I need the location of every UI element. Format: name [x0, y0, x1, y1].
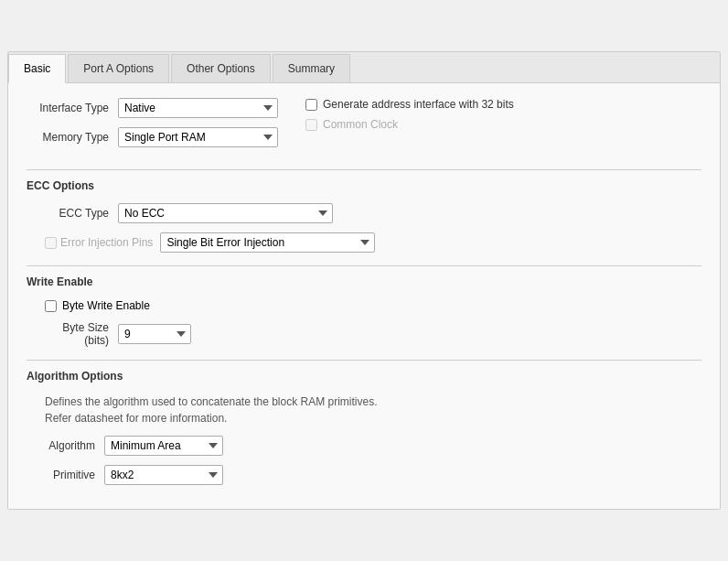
tab-other-options[interactable]: Other Options	[171, 54, 271, 82]
error-injection-checkbox[interactable]	[45, 237, 57, 249]
main-container: Basic Port A Options Other Options Summa…	[7, 51, 721, 510]
algorithm-description: Defines the algorithm used to concatenat…	[45, 394, 701, 426]
byte-size-select[interactable]: 9 8	[118, 324, 191, 344]
generate-address-label: Generate address interface with 32 bits	[323, 98, 514, 111]
write-enable-divider	[27, 265, 701, 266]
byte-write-enable-label: Byte Write Enable	[62, 299, 150, 312]
algorithm-divider	[27, 360, 701, 361]
common-clock-label: Common Clock	[323, 118, 398, 131]
byte-size-label: Byte Size (bits)	[45, 321, 118, 347]
ecc-type-select[interactable]: No ECC Hamming ECC	[118, 203, 333, 223]
algorithm-title: Algorithm Options	[27, 370, 701, 383]
write-enable-title: Write Enable	[27, 275, 701, 288]
error-injection-row: Error Injection Pins	[45, 236, 160, 249]
interface-type-select[interactable]: Native AXI4	[118, 98, 278, 118]
tab-summary[interactable]: Summary	[273, 54, 350, 82]
primitive-select[interactable]: 8kx2 16kx1 512x36	[104, 465, 223, 485]
ecc-section: ECC Options ECC Type No ECC Hamming ECC …	[27, 179, 701, 253]
byte-write-enable-checkbox[interactable]	[45, 300, 57, 312]
algorithm-label: Algorithm	[45, 439, 104, 452]
write-enable-section: Write Enable Byte Write Enable Byte Size…	[27, 275, 701, 347]
ecc-type-label: ECC Type	[45, 207, 118, 220]
tab-basic[interactable]: Basic	[8, 54, 66, 83]
tab-bar: Basic Port A Options Other Options Summa…	[8, 52, 720, 83]
tab-content: Interface Type Native AXI4 Memory Type S…	[8, 83, 720, 509]
memory-type-select[interactable]: Single Port RAM Simple Dual Port RAM Tru…	[118, 127, 278, 147]
algorithm-select[interactable]: Minimum Area Low Power Fixed Primitives	[104, 436, 223, 456]
memory-type-label: Memory Type	[27, 131, 118, 144]
tab-port-a-options[interactable]: Port A Options	[68, 54, 169, 82]
error-injection-label: Error Injection Pins	[60, 236, 153, 249]
generate-address-checkbox[interactable]	[305, 99, 317, 111]
common-clock-checkbox[interactable]	[305, 119, 317, 131]
ecc-title: ECC Options	[27, 179, 701, 192]
ecc-divider	[27, 169, 701, 170]
algorithm-section: Algorithm Options Defines the algorithm …	[27, 370, 701, 485]
interface-type-label: Interface Type	[27, 102, 118, 114]
error-injection-select[interactable]: Single Bit Error Injection Double Bit Er…	[160, 232, 375, 253]
primitive-label: Primitive	[45, 469, 104, 481]
